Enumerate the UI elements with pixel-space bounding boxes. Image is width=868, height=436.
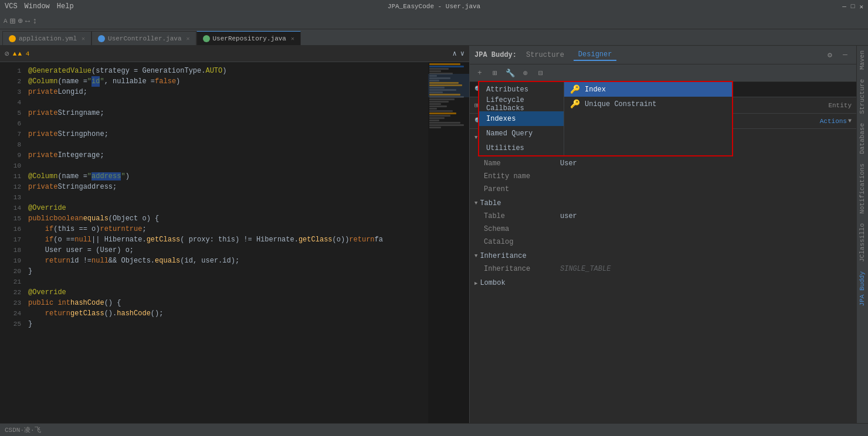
- expand-btn[interactable]: ∨: [460, 49, 464, 58]
- dropdown-right-menu: 🔑 Index 🔑 Unique Constraint: [564, 82, 732, 155]
- side-panel-jpabuddy[interactable]: JPA Buddy: [857, 267, 868, 311]
- prop-row-name: Name User: [470, 157, 856, 170]
- section-inheritance-header[interactable]: ▼ Inheritance: [470, 250, 856, 263]
- jpa-title: JPA Buddy:: [474, 51, 517, 59]
- dropdown-left-menu: Attributes Lifecycle Callbacks Indexes N…: [479, 82, 564, 155]
- jpa-wrench-btn[interactable]: 🔧: [504, 67, 517, 80]
- status-text: CSDN·凌·飞: [5, 425, 41, 434]
- jpa-toolbar: + ⊞ 🔧 ⊕ ⊟: [470, 64, 856, 82]
- dropdown-overlay: Attributes Lifecycle Callbacks Indexes N…: [478, 81, 733, 156]
- dropdown-right-index[interactable]: 🔑 Index: [564, 82, 732, 97]
- tab-application[interactable]: application.yml ✕: [2, 31, 91, 45]
- prop-name-parent: Parent: [484, 185, 560, 193]
- tab-close-usercontroller[interactable]: ✕: [186, 35, 189, 42]
- prop-name-schema: Schema: [484, 225, 560, 233]
- editor-toolbar: ⊘ ▲ ▲ 4 ∧ ∨: [0, 46, 469, 62]
- prop-name-inheritance: Inheritance: [484, 265, 560, 273]
- section-inheritance: ▼ Inheritance Inheritance SINGLE_TABLE: [470, 250, 856, 275]
- menu-vcs[interactable]: VCS: [5, 2, 18, 11]
- section-lombok-header[interactable]: ▶ Lombok: [470, 277, 856, 289]
- dropdown-item-indexes[interactable]: Indexes: [479, 111, 564, 126]
- section-table-header[interactable]: ▼ Table: [470, 197, 856, 210]
- minimize-btn[interactable]: —: [842, 3, 846, 11]
- close-btn[interactable]: ✕: [859, 3, 863, 11]
- tab-close-application[interactable]: ✕: [82, 35, 85, 42]
- prop-value-name: User: [560, 159, 852, 168]
- toolbar-icon-1[interactable]: ⊞: [10, 15, 16, 27]
- section-inheritance-label: Inheritance: [480, 252, 526, 260]
- jpa-tab-designer[interactable]: Designer: [574, 49, 617, 61]
- section-lombok: ▶ Lombok: [470, 277, 856, 289]
- dropdown-right-unique[interactable]: 🔑 Unique Constraint: [564, 97, 732, 111]
- jpa-calendar-btn[interactable]: ⊟: [534, 67, 547, 80]
- collapse-btn[interactable]: ∧: [453, 49, 457, 58]
- side-panel-notifications[interactable]: Notifications: [857, 159, 868, 219]
- tab-close-userrepository[interactable]: ✕: [291, 35, 294, 42]
- tab-label-usercontroller: UserController.java: [108, 35, 181, 42]
- jpa-add-btn[interactable]: +: [473, 67, 486, 80]
- prop-name-table: Table: [484, 212, 560, 220]
- menu-help[interactable]: Help: [57, 2, 74, 11]
- jpa-header-icons: ⚙ —: [823, 49, 852, 62]
- actions-label-group[interactable]: Actions ▼: [820, 118, 852, 125]
- prop-row-entityname: Entity name: [470, 170, 856, 183]
- entity-type-label: Entity: [828, 102, 852, 109]
- tab-icon-application: [9, 35, 16, 42]
- maximize-btn[interactable]: □: [851, 3, 855, 11]
- code-content[interactable]: @GeneratedValue(strategy = GenerationTyp…: [23, 62, 428, 436]
- section-table: ▼ Table Table user Schema Catalog: [470, 197, 856, 248]
- prop-name-name: Name: [484, 159, 560, 168]
- actions-label[interactable]: Actions: [820, 118, 847, 125]
- jpa-close-icon[interactable]: —: [839, 49, 852, 62]
- dropdown-right-unique-label: Unique Constraint: [585, 100, 656, 108]
- prop-row-catalog: Catalog: [470, 236, 856, 248]
- menu-bar-items[interactable]: VCS Window Help: [5, 2, 74, 11]
- side-panel-maven[interactable]: Maven: [857, 46, 868, 74]
- prop-row-table: Table user: [470, 210, 856, 223]
- side-panel-database[interactable]: Database: [857, 118, 868, 159]
- section-inheritance-triangle: ▼: [474, 253, 477, 259]
- side-panels: Maven Structure Database Notifications J…: [856, 46, 868, 436]
- prop-row-parent: Parent: [470, 183, 856, 196]
- section-lombok-label: Lombok: [480, 279, 505, 287]
- jpa-chart-btn[interactable]: ⊞: [489, 67, 501, 80]
- section-lombok-triangle: ▶: [474, 280, 477, 287]
- unique-constraint-icon: 🔑: [570, 99, 580, 109]
- jpa-settings-icon[interactable]: ⚙: [823, 49, 836, 62]
- minimap: [428, 62, 469, 436]
- side-panel-jclassillo[interactable]: JClassillo: [857, 219, 868, 267]
- prop-name-catalog: Catalog: [484, 238, 560, 246]
- code-editor: 12345 678910 1112131415 1617181920 21222…: [0, 62, 469, 436]
- prop-row-inheritance: Inheritance SINGLE_TABLE: [470, 263, 856, 275]
- dropdown-item-utilities[interactable]: Utilities: [479, 141, 564, 155]
- toolbar-icon-2[interactable]: ⊕: [18, 16, 22, 26]
- tab-usercontroller[interactable]: UserController.java ✕: [91, 31, 196, 45]
- toolbar-icon-3[interactable]: ↔: [25, 16, 30, 26]
- warning-badge: ▲ ▲ 4: [13, 50, 29, 57]
- window-controls[interactable]: — □ ✕: [842, 3, 863, 11]
- tab-userrepository[interactable]: UserRepository.java ✕: [196, 31, 301, 45]
- status-bar: CSDN·凌·飞: [0, 423, 868, 436]
- section-basic-triangle: ▼: [474, 135, 477, 141]
- prop-value-table: user: [560, 212, 852, 220]
- ide-toolbar: A ⊞ ⊕ ↔ ↕: [0, 13, 868, 29]
- main-layout: ⊘ ▲ ▲ 4 ∧ ∨ 12345 678910 1112131415 1617…: [0, 46, 868, 436]
- jpa-globe-btn[interactable]: ⊕: [519, 67, 532, 80]
- dropdown-item-lifecycle[interactable]: Lifecycle Callbacks: [479, 97, 564, 111]
- dropdown-item-attributes[interactable]: Attributes: [479, 82, 564, 97]
- section-table-triangle: ▼: [474, 200, 477, 206]
- menu-window[interactable]: Window: [25, 2, 50, 11]
- editor-area: ⊘ ▲ ▲ 4 ∧ ∨ 12345 678910 1112131415 1617…: [0, 46, 469, 436]
- jpa-tab-structure[interactable]: Structure: [521, 50, 569, 60]
- jpa-header: JPA Buddy: Structure Designer ⚙ —: [470, 46, 856, 64]
- index-icon: 🔑: [570, 84, 580, 94]
- tab-icon-userrepository: [203, 35, 210, 42]
- side-panel-structure[interactable]: Structure: [857, 74, 868, 118]
- dropdown-item-namedquery[interactable]: Named Query: [479, 126, 564, 141]
- section-table-label: Table: [480, 199, 501, 207]
- props-tree: ▼ Basic Package com.lingfei.model Name U…: [470, 129, 856, 436]
- title-bar: VCS Window Help JPA_EasyCode - User.java…: [0, 0, 868, 13]
- toolbar-icon-4[interactable]: ↕: [32, 16, 37, 26]
- prop-row-schema: Schema: [470, 223, 856, 236]
- actions-chevron: ▼: [848, 118, 852, 124]
